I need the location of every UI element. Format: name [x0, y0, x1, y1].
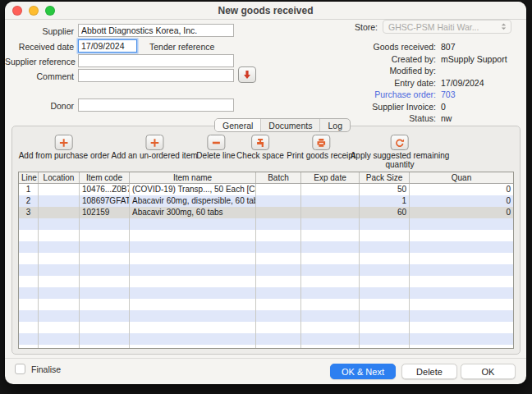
cell-quan: [410, 345, 513, 349]
purchase-order-link[interactable]: 703: [441, 89, 456, 99]
ok-next-button[interactable]: OK & Next: [330, 364, 396, 379]
cell-item-code: [80, 299, 130, 310]
cell-item-name: [130, 253, 256, 264]
comment-expand-button[interactable]: [238, 66, 256, 83]
cell-item-name: [130, 276, 256, 287]
cell-exp-date: [301, 241, 360, 253]
cell-line: [19, 333, 39, 345]
tap-icon-button-face: [251, 135, 269, 150]
cell-pack-size: [360, 310, 410, 322]
tab-log[interactable]: Log: [320, 119, 350, 131]
cell-exp-date: [301, 195, 360, 207]
cell-line: [19, 287, 39, 299]
cell-batch: [256, 322, 301, 333]
cell-quan: [410, 241, 513, 253]
info-label: Entry date:: [268, 78, 436, 88]
cell-location: [39, 322, 80, 333]
supplier-input[interactable]: [78, 24, 234, 37]
toolbar-button-delete-line[interactable]: Delete line: [196, 135, 235, 161]
cell-location: [39, 195, 80, 207]
finalise-checkbox[interactable]: [15, 364, 25, 374]
cell-exp-date: [301, 184, 360, 195]
cell-line: [19, 310, 39, 322]
plus-icon: [59, 138, 69, 148]
cell-item-name: Item name: [130, 172, 256, 183]
received-date-label: Received date: [5, 42, 74, 52]
cell-quan: 0: [410, 207, 513, 218]
toolbar-button-add-from-purchase-order[interactable]: Add from purchase order: [19, 135, 110, 161]
cell-batch: [256, 287, 301, 299]
refresh-icon-button-face: [391, 135, 409, 150]
tab-documents[interactable]: Documents: [261, 119, 320, 131]
toolbar-button-label: Delete line: [196, 152, 235, 161]
cell-location: [39, 333, 80, 345]
cell-exp-date: [301, 299, 360, 310]
cell-item-name: [130, 218, 256, 230]
cell-location: [39, 207, 80, 218]
cell-item-code: [80, 230, 130, 241]
cell-item-code: [80, 310, 130, 322]
cell-line: [19, 218, 39, 230]
toolbar-button-add-an-un-ordered-item[interactable]: Add an un-ordered item: [111, 135, 197, 161]
comment-input[interactable]: [78, 69, 234, 82]
empty-table-row: [19, 299, 513, 310]
desktop-background: New goods received Supplier Received dat…: [0, 0, 532, 394]
cell-pack-size: [360, 264, 410, 276]
cell-quan: [410, 276, 513, 287]
cell-quan: [410, 333, 513, 345]
cell-item-code: [80, 264, 130, 276]
goods-received-lines-table: LineLocationItem codeItem nameBatchExp d…: [18, 172, 514, 349]
cell-pack-size: [360, 218, 410, 230]
cell-item-name: [130, 345, 256, 349]
ok-button[interactable]: OK: [461, 364, 516, 379]
cell-exp-date: [301, 218, 360, 230]
tab-general[interactable]: General: [215, 119, 261, 131]
store-label: Store:: [218, 22, 378, 32]
store-dropdown[interactable]: GHSC-PSM Haiti War...: [383, 20, 511, 34]
delete-button[interactable]: Delete: [401, 364, 457, 379]
cell-item-name: [130, 333, 256, 345]
empty-table-row: [19, 345, 513, 349]
cell-item-code: 102159: [80, 207, 130, 218]
empty-table-row: [19, 230, 513, 241]
cell-item-code: [80, 322, 130, 333]
empty-table-row: [19, 322, 513, 333]
cell-item-name: [130, 241, 256, 253]
cell-pack-size: 60: [360, 207, 410, 218]
table-row[interactable]: 110476...Z0B73(COVID-19) Transp..., 50 E…: [19, 184, 513, 195]
cell-batch: [256, 218, 301, 230]
cell-item-name: [130, 230, 256, 241]
cell-item-name: [130, 287, 256, 299]
info-value: 807: [441, 42, 456, 52]
toolbar-button-label: Check space: [236, 152, 284, 161]
empty-table-row: [19, 333, 513, 345]
cell-exp-date: Exp date: [301, 172, 360, 183]
info-value: mSupply Support: [441, 54, 507, 64]
toolbar-button-print-goods-receipt[interactable]: Print goods receipt: [287, 135, 355, 161]
supplier-reference-input[interactable]: [78, 54, 234, 67]
refresh-icon: [395, 138, 405, 148]
supplier-reference-label: Supplier reference: [5, 57, 74, 66]
tender-reference-label: Tender reference: [149, 42, 214, 52]
cell-pack-size: [360, 241, 410, 253]
cell-line: [19, 345, 39, 349]
table-row[interactable]: 2108697GFATMAbacavir 60mg, dispersible, …: [19, 195, 513, 207]
cell-pack-size: [360, 345, 410, 349]
cell-location: [39, 253, 80, 264]
cell-item-code: [80, 276, 130, 287]
cell-item-name: [130, 310, 256, 322]
cell-location: [39, 218, 80, 230]
cell-batch: [256, 253, 301, 264]
donor-input[interactable]: [78, 98, 234, 112]
table-row[interactable]: 3102159Abacavir 300mg, 60 tabs600: [19, 207, 513, 218]
plus-icon-button-face: [55, 135, 73, 150]
cell-item-code: [80, 218, 130, 230]
received-date-input[interactable]: [78, 39, 137, 53]
cell-location: [39, 230, 80, 241]
comment-label: Comment: [5, 71, 74, 81]
toolbar-button-apply-suggested-remaining[interactable]: Apply suggested remaining quantity: [351, 135, 450, 169]
cell-exp-date: [301, 322, 360, 333]
cell-pack-size: [360, 230, 410, 241]
cell-item-code: Item code: [80, 172, 130, 183]
toolbar-button-check-space[interactable]: Check space: [236, 135, 284, 161]
